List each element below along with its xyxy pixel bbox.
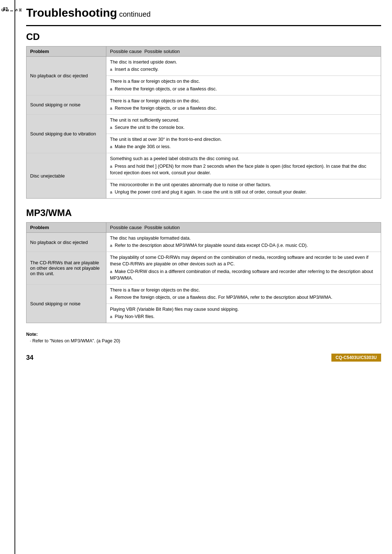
- model-badge: CQ-C5403U/C5303U: [331, 354, 381, 362]
- mp3wma-cause-3a: There is a flaw or foreign objects on th…: [110, 287, 377, 293]
- cd-cause-4a: Something such as a peeled label obstruc…: [110, 155, 377, 162]
- cd-solution-4a: Something such as a peeled label obstruc…: [106, 153, 381, 179]
- mp3wma-header-solution: Possible cause Possible solution: [106, 223, 381, 232]
- left-sidebar: 33 E N G L I S H: [0, 0, 15, 554]
- mp3wma-cause-1a: The disc has unplayable formatted data.: [110, 235, 377, 241]
- header-divider: [26, 25, 381, 26]
- cd-solutions-2: There is a flaw or foreign objects on th…: [106, 95, 381, 114]
- cd-problem-4: Disc unejectable: [26, 153, 106, 198]
- cd-cause-2a: There is a flaw or foreign objects on th…: [110, 98, 377, 104]
- mp3wma-solution-1a: The disc has unplayable formatted data. …: [106, 233, 381, 252]
- cd-header-cause: Possible cause: [110, 49, 142, 54]
- mp3wma-table: Problem Possible cause Possible solution…: [26, 222, 381, 323]
- mp3wma-section-heading: MP3/WMA: [26, 207, 381, 219]
- note-text-1: Refer to "Notes on MP3/WMA". (a Page 20): [32, 338, 120, 343]
- cd-row-4: Disc unejectable Something such as a pee…: [26, 153, 381, 198]
- cd-solution-3a: The unit is not sufficiently secured. a …: [106, 115, 381, 134]
- cd-header-problem: Problem: [26, 46, 106, 56]
- sidebar-letter-l: L: [5, 8, 9, 12]
- mp3wma-solution-2a: The playability of some CD-R/RWs may dep…: [106, 252, 381, 284]
- sidebar-language-label: E N G L I S H: [0, 7, 23, 12]
- mp3wma-table-header: Problem Possible cause Possible solution: [26, 223, 381, 233]
- cd-solution-1a: The disc is inserted upside down. a Inse…: [106, 57, 381, 76]
- title-suffix: continued: [117, 10, 151, 18]
- mp3wma-row-2: The CD-R/RWs that are playable on other …: [26, 252, 381, 285]
- cd-section-heading: CD: [26, 31, 381, 42]
- mp3wma-row-3: Sound skipping or noise There is a flaw …: [26, 285, 381, 323]
- mp3wma-solutions-3: There is a flaw or foreign objects on th…: [106, 285, 381, 323]
- cd-row-1: No playback or disc ejected The disc is …: [26, 57, 381, 95]
- page-number-bottom: 34: [26, 354, 33, 362]
- mp3wma-solutions-1: The disc has unplayable formatted data. …: [106, 233, 381, 252]
- cd-solution-1b: There is a flaw or foreign objects on th…: [106, 76, 381, 95]
- cd-solutions-4: Something such as a peeled label obstruc…: [106, 153, 381, 198]
- mp3wma-fix-2a: a Make CD-R/RW discs in a different comb…: [110, 268, 377, 281]
- page-title: Troubleshooting continued: [26, 7, 381, 19]
- mp3wma-cause-3b: Playing VBR (Variable Bit Rate) files ma…: [110, 306, 377, 313]
- main-content: Troubleshooting continued CD Problem Pos…: [15, 0, 392, 554]
- cd-row-3: Sound skipping due to vibration The unit…: [26, 115, 381, 154]
- cd-fix-1a: a Insert a disc correctly.: [110, 66, 377, 73]
- mp3wma-cause-2a: The playability of some CD-R/RWs may dep…: [110, 254, 377, 267]
- sidebar-letter-i: I: [9, 9, 14, 12]
- mp3wma-problem-1: No playback or disc ejected: [26, 233, 106, 252]
- mp3wma-problem-2: The CD-R/RWs that are playable on other …: [26, 252, 106, 284]
- cd-fix-4a: a Press and hold theℓ ] (OPEN) for more …: [110, 163, 377, 176]
- mp3wma-row-1: No playback or disc ejected The disc has…: [26, 233, 381, 252]
- cd-cause-4b: The microcontroller in the unit operates…: [110, 182, 377, 188]
- cd-cause-1a: The disc is inserted upside down.: [110, 59, 377, 65]
- cd-fix-3a: a Secure the unit to the console box.: [110, 124, 377, 131]
- cd-cause-3b: The unit is tilted at over 30° in the fr…: [110, 136, 377, 143]
- note-title: Note:: [26, 332, 381, 337]
- page-container: 33 E N G L I S H Troubleshooting continu…: [0, 0, 392, 554]
- cd-header-solution: Possible cause Possible solution: [106, 46, 381, 56]
- cd-solution-4b: The microcontroller in the unit operates…: [106, 179, 381, 198]
- cd-problem-1: No playback or disc ejected: [26, 57, 106, 95]
- mp3wma-problem-3: Sound skipping or noise: [26, 285, 106, 323]
- cd-solution-3b: The unit is tilted at over 30° in the fr…: [106, 134, 381, 153]
- sidebar-letter-g: G: [1, 7, 5, 12]
- cd-table: Problem Possible cause Possible solution…: [26, 46, 381, 199]
- cd-cause-1b: There is a flaw or foreign objects on th…: [110, 78, 377, 85]
- title-main: Troubleshooting: [26, 6, 117, 19]
- note-section: Note: · Refer to "Notes on MP3/WMA". (a …: [26, 332, 381, 343]
- mp3wma-solution-3a: There is a flaw or foreign objects on th…: [106, 285, 381, 304]
- cd-fix-2a: a Remove the foreign objects, or use a f…: [110, 105, 377, 111]
- sidebar-letter-s: S: [14, 8, 18, 11]
- cd-fix-4b: a Unplug the power cord and plug it agai…: [110, 189, 377, 195]
- bottom-bar: 34 CQ-C5403U/C5303U: [26, 351, 381, 362]
- cd-row-2: Sound skipping or noise There is a flaw …: [26, 95, 381, 115]
- cd-solution-2a: There is a flaw or foreign objects on th…: [106, 95, 381, 114]
- mp3wma-header-problem: Problem: [26, 223, 106, 232]
- mp3wma-header-solution-label: Possible solution: [144, 225, 180, 230]
- mp3wma-fix-1a: a Refer to the description about MP3/WMA…: [110, 242, 377, 249]
- cd-problem-3: Sound skipping due to vibration: [26, 115, 106, 153]
- cd-cause-3a: The unit is not sufficiently secured.: [110, 117, 377, 123]
- mp3wma-solutions-2: The playability of some CD-R/RWs may dep…: [106, 252, 381, 284]
- mp3wma-solution-3b: Playing VBR (Variable Bit Rate) files ma…: [106, 304, 381, 323]
- cd-header-solution-label: Possible solution: [144, 49, 180, 54]
- mp3wma-fix-3a: a Remove the foreign objects, or use a f…: [110, 294, 377, 301]
- cd-solutions-1: The disc is inserted upside down. a Inse…: [106, 57, 381, 95]
- cd-fix-1b: a Remove the foreign objects, or use a f…: [110, 86, 377, 92]
- note-item-1: · Refer to "Notes on MP3/WMA". (a Page 2…: [30, 338, 381, 343]
- cd-fix-3b: a Make the angle 30ß or less.: [110, 143, 377, 150]
- mp3wma-fix-3b: a Play Non-VBR files.: [110, 313, 377, 320]
- note-bullet: ·: [30, 338, 31, 343]
- mp3wma-header-cause: Possible cause: [110, 225, 142, 230]
- cd-solutions-3: The unit is not sufficiently secured. a …: [106, 115, 381, 153]
- cd-table-header: Problem Possible cause Possible solution: [26, 46, 381, 57]
- sidebar-letter-h: H: [18, 8, 23, 12]
- cd-problem-2: Sound skipping or noise: [26, 95, 106, 114]
